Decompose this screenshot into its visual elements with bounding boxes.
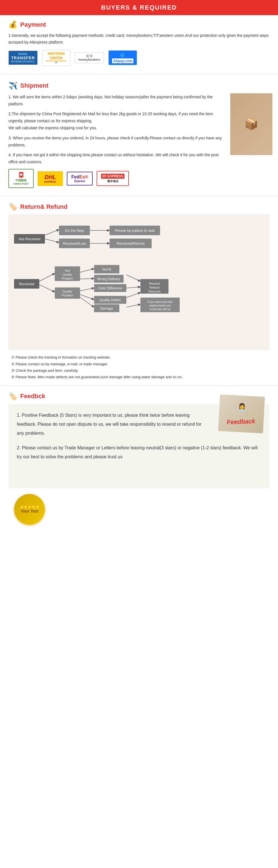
alipay-logo: 🔷 Alipay.com <box>108 50 137 65</box>
svg-text:Quality: Quality <box>63 273 72 276</box>
svg-text:Wrong Delivery: Wrong Delivery <box>97 277 120 281</box>
moneybookers-logo: ((( ))) moneybookers <box>75 52 104 63</box>
courier-logos: 📮 中国邮政 CHINA POST DHL EXPRESS FedEx® Exp… <box>8 169 270 188</box>
return-note-2: ② Please contact us by meesage, e-mail, … <box>11 361 270 367</box>
svg-text:Refund: Refund <box>149 286 159 289</box>
payment-description: 1.Generally, we accept the following pay… <box>8 32 270 46</box>
svg-text:Not: Not <box>65 269 70 272</box>
return-flow-svg: Not Received On the Way Please be patien… <box>11 217 270 346</box>
return-refund-title: 🏷️ Return& Refund <box>8 202 270 211</box>
svg-text:Received/Lost: Received/Lost <box>63 241 86 246</box>
svg-rect-26 <box>55 287 80 299</box>
dhl-logo: DHL EXPRESS <box>38 171 63 186</box>
return-refund-section: 🏷️ Return& Refund Not Received On the Wa… <box>0 198 278 383</box>
payment-logos: BANK TRANSFER INTERNATIONAL WESTERN UNIO… <box>8 50 270 66</box>
svg-text:Not Received: Not Received <box>19 237 40 241</box>
bank-transfer-logo: BANK TRANSFER INTERNATIONAL <box>8 51 38 65</box>
svg-text:Color Difference: Color Difference <box>98 286 123 290</box>
sf-express-logo: SF EXPRESS 顺丰速运 <box>97 171 129 186</box>
svg-text:Problem: Problem <box>62 293 73 297</box>
svg-text:Received/Refund: Received/Refund <box>116 241 145 246</box>
svg-text:Resend: Resend <box>149 282 160 285</box>
feedback-section: 🏷️ Feedbck 👩‍💼 Feedback 1. Positive Feed… <box>0 388 278 533</box>
svg-text:Discount: Discount <box>148 290 161 293</box>
feedback-card-image: 👩‍💼 Feedback <box>218 395 265 433</box>
svg-text:Quality Defect: Quality Defect <box>99 298 121 302</box>
western-union-logo: WESTERN UNION ® <box>42 50 70 66</box>
svg-text:Problem: Problem <box>62 277 73 280</box>
shipment-image: 📦 <box>230 93 272 155</box>
shipment-icon: ✈️ <box>8 82 18 90</box>
svg-text:Damage: Damage <box>100 307 113 310</box>
svg-text:requirements you: requirements you <box>149 304 171 307</box>
payment-icon: 💰 <box>8 20 18 29</box>
svg-text:On the Way: On the Way <box>65 228 84 232</box>
svg-text:Received: Received <box>19 282 34 286</box>
shipment-title: ✈️ Shipment <box>8 82 270 90</box>
svg-text:could also tell us: could also tell us <box>150 308 170 311</box>
shipment-section: ✈️ Shipment 📦 1. We will sent the items … <box>0 76 278 194</box>
china-post-logo: 📮 中国邮政 CHINA POST <box>8 169 34 188</box>
return-note-4: ④ Please Note: Men made defects are not … <box>11 374 270 380</box>
payment-section: 💰 Payment 1.Generally, we accept the fol… <box>0 15 278 72</box>
payment-title: 💰 Payment <box>8 20 270 29</box>
feedback-content-box: 👩‍💼 Feedback 1. Positive Feedback (5 Sta… <box>8 404 270 488</box>
return-notes: ① Please check the tracking in formation… <box>8 354 270 380</box>
feedback-icon: 🏷️ <box>8 392 18 401</box>
svg-text:If you have any else: If you have any else <box>148 300 173 304</box>
svg-text:Please be patient to wait: Please be patient to wait <box>115 228 155 232</box>
feedback-point-2: 2. Please contact us by Trade Manager or… <box>17 443 261 461</box>
fedex-logo: FedEx® Express <box>67 172 93 185</box>
page-header: BUYERS & REQUIRED <box>0 0 278 15</box>
return-flow-diagram: Not Received On the Way Please be patien… <box>8 214 270 350</box>
svg-text:Not fit: Not fit <box>102 268 111 272</box>
gold-badge: ⭐⭐⭐⭐⭐ Your Text <box>14 494 45 525</box>
svg-text:Quality: Quality <box>63 290 72 293</box>
return-note-3: ③ Check the package and Item, carefully. <box>11 367 270 374</box>
return-icon: 🏷️ <box>8 202 18 211</box>
return-note-1: ① Please check the tracking in formation… <box>11 354 270 361</box>
